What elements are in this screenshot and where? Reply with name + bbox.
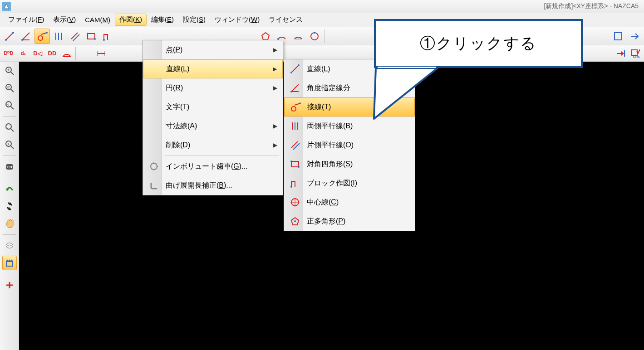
- svg-line-63: [156, 164, 157, 164]
- svg-text:1: 1: [7, 142, 10, 146]
- tool-da-icon[interactable]: dₐ: [16, 47, 30, 60]
- svg-line-62: [151, 169, 152, 169]
- zoom-x2-icon[interactable]: x2: [2, 81, 17, 95]
- submenu-rect[interactable]: 対角四角形(S): [284, 155, 415, 174]
- refresh-icon[interactable]: [2, 199, 17, 214]
- menu-dimension[interactable]: 寸法線(A)▶: [143, 117, 283, 136]
- tool-block-icon[interactable]: [100, 29, 115, 44]
- tool-tangent-icon[interactable]: [34, 29, 50, 44]
- submenu-polygon[interactable]: 正多角形(P): [284, 212, 415, 231]
- svg-line-1: [6, 33, 13, 40]
- pan-icon[interactable]: [2, 216, 17, 231]
- svg-line-64: [291, 65, 299, 73]
- svg-line-39: [11, 107, 14, 109]
- svg-point-80: [298, 166, 300, 168]
- menu-circle[interactable]: 円(R)▶: [143, 78, 283, 97]
- tool-rect-icon[interactable]: [84, 29, 99, 44]
- svg-point-41: [6, 124, 11, 129]
- zoom-half-icon[interactable]: ½: [2, 98, 17, 112]
- polygon-icon: [289, 215, 301, 228]
- svg-point-3: [12, 32, 14, 34]
- add-icon[interactable]: [2, 278, 17, 292]
- tool-fit-icon[interactable]: [610, 29, 626, 44]
- svg-line-67: [291, 84, 299, 92]
- menu-delete[interactable]: 削除(D)▶: [143, 136, 283, 155]
- tool-arc2-icon[interactable]: [290, 29, 306, 44]
- svg-line-60: [151, 164, 152, 164]
- menu-settings[interactable]: 設定(S): [178, 14, 210, 26]
- svg-point-17: [94, 38, 96, 40]
- svg-marker-88: [378, 67, 436, 68]
- zoom-1-icon[interactable]: 1: [2, 137, 17, 152]
- submenu-block[interactable]: ブロック作図(I): [284, 174, 415, 193]
- grid-icon[interactable]: [2, 256, 17, 270]
- tool-dtriangle-icon[interactable]: D◁: [31, 47, 44, 60]
- tool-ddd-icon[interactable]: DᴰD: [2, 47, 15, 60]
- toolbar-separator: [75, 47, 78, 60]
- submenu-parallel-one[interactable]: 片側平行線(O): [284, 136, 415, 155]
- zoom-in-icon[interactable]: +: [2, 63, 17, 78]
- svg-point-66: [298, 64, 300, 66]
- svg-point-55: [151, 163, 157, 170]
- menu-view[interactable]: 表示(V): [49, 14, 80, 26]
- svg-point-72: [299, 102, 301, 104]
- draw-dropdown: 点(P)▶ 直線(L)▶ 円(R)▶ 文字(T) 寸法線(A)▶ 削除(D)▶ …: [143, 40, 283, 195]
- svg-rect-24: [615, 33, 622, 40]
- menu-involute-gear[interactable]: インボリュート歯車(G)...: [143, 157, 283, 176]
- tool-arrow-icon[interactable]: [627, 29, 642, 44]
- menu-file[interactable]: ファイル(F): [4, 14, 49, 26]
- tool-dd-icon[interactable]: DD: [45, 47, 59, 60]
- svg-point-69: [290, 91, 292, 92]
- tangent-icon: [289, 101, 302, 113]
- svg-point-2: [5, 39, 7, 41]
- svg-point-65: [290, 72, 292, 73]
- zoom-fit-icon[interactable]: FIT: [2, 160, 17, 174]
- svg-point-79: [290, 160, 292, 162]
- svg-rect-30: [632, 50, 637, 55]
- menu-cam[interactable]: CAM(M): [80, 14, 115, 25]
- tool-parallel-one-icon[interactable]: [67, 29, 83, 44]
- svg-point-23: [314, 32, 315, 34]
- menu-bend-correction[interactable]: 曲げ展開長補正(B)...: [143, 176, 283, 195]
- angle-line-icon: [289, 82, 301, 94]
- menu-license[interactable]: ライセンス: [264, 14, 307, 26]
- tool-goto-icon[interactable]: [614, 47, 628, 60]
- submenu-centerline[interactable]: 中心線(C): [284, 193, 415, 212]
- svg-line-42: [11, 129, 14, 131]
- menu-line[interactable]: 直線(L)▶: [143, 59, 283, 78]
- layers-icon[interactable]: [2, 238, 17, 253]
- menu-point[interactable]: 点(P)▶: [143, 40, 283, 59]
- svg-line-44: [11, 146, 14, 149]
- tool-chk-icon[interactable]: CHK: [629, 47, 642, 60]
- svg-point-20: [277, 38, 279, 40]
- svg-line-61: [156, 169, 157, 169]
- centerline-icon: [289, 196, 301, 209]
- menu-window[interactable]: ウィンドウ(W): [210, 14, 264, 26]
- tool-protractor-icon[interactable]: [60, 47, 74, 60]
- titlebar: [新規作成]<XY座標系> - NAZCA5: [0, 0, 644, 13]
- tool-angle-line-icon[interactable]: [18, 29, 34, 44]
- menu-draw[interactable]: 作図(K): [115, 14, 147, 26]
- tool-line-icon[interactable]: [2, 29, 17, 44]
- svg-line-14: [73, 34, 79, 41]
- parallel-both-icon: [289, 120, 301, 132]
- svg-point-86: [294, 220, 296, 222]
- tool-circle-icon[interactable]: [307, 29, 322, 44]
- svg-point-22: [311, 33, 318, 40]
- svg-line-4: [22, 33, 29, 40]
- block-icon: [289, 177, 301, 190]
- gear-icon: [147, 160, 160, 173]
- bend-icon: [147, 179, 160, 192]
- menu-text[interactable]: 文字(T): [143, 97, 283, 117]
- svg-point-7: [38, 36, 43, 40]
- redo-icon[interactable]: [2, 182, 17, 196]
- callout-pointer-icon: [369, 66, 442, 121]
- app-icon: [2, 2, 11, 11]
- tool-dim-icon[interactable]: [94, 47, 108, 60]
- zoom-icon[interactable]: [2, 120, 17, 135]
- rect-icon: [289, 158, 301, 170]
- menu-edit[interactable]: 編集(E): [147, 14, 178, 26]
- instruction-callout: ①クリックする: [374, 19, 583, 68]
- svg-point-50: [6, 260, 8, 261]
- tool-parallel-both-icon[interactable]: [51, 29, 66, 44]
